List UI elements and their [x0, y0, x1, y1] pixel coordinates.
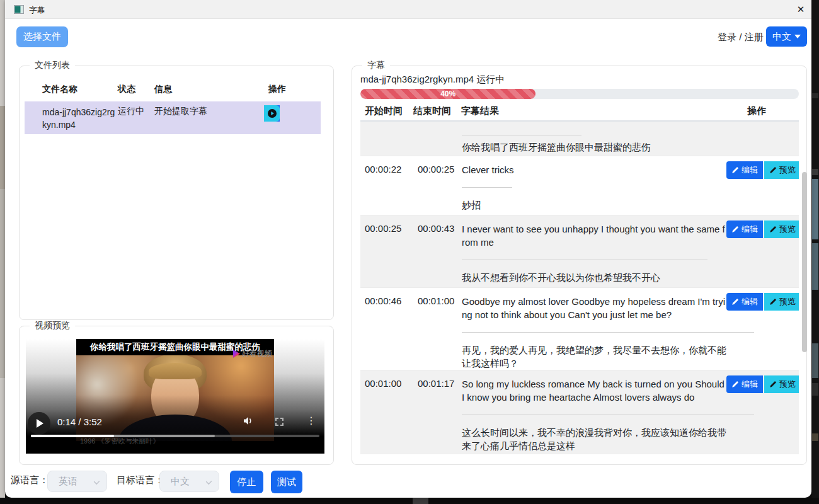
translation-divider [462, 187, 512, 188]
subtitles-legend: 字幕 [362, 60, 390, 71]
caret-down-icon [794, 35, 801, 38]
source-language-select[interactable]: 英语 [47, 471, 107, 492]
target-language-select[interactable]: 中文 [159, 471, 219, 492]
file-list-legend: 文件列表 [30, 60, 75, 71]
subtitle-row: 00:00:46 00:01:00 Goodbye my almost love… [360, 288, 799, 370]
preview-button[interactable]: 预览 [764, 375, 799, 393]
subtitle-text-cell: So long my luckless romance My back is t… [462, 370, 726, 457]
pencil-icon [769, 381, 777, 388]
background-taskbar [0, 498, 819, 504]
source-language-label: 源语言： [11, 474, 49, 486]
translation-divider [462, 415, 754, 415]
title-bar: 字幕 ✕ [5, 0, 811, 19]
col-header-operation: 操作 [747, 105, 766, 117]
play-circle-icon [267, 108, 277, 118]
window-title: 字幕 [29, 5, 45, 16]
pencil-icon [769, 298, 777, 306]
start-time: 00:00:25 [360, 215, 413, 293]
app-icon [14, 5, 24, 14]
watermark: 好看视频 [232, 348, 272, 359]
translation-divider [462, 260, 707, 260]
subtitle-row: 00:01:00 00:01:17 So long my luckless ro… [360, 370, 799, 454]
pencil-icon [731, 298, 739, 306]
video-preview-legend: 视频预览 [30, 320, 75, 331]
subtitle-file-status: mda-jj7qh36zig2rgkyn.mp4 运行中 [360, 74, 505, 86]
more-options-icon[interactable]: ⋮ [306, 415, 316, 427]
select-file-button[interactable]: 选择文件 [16, 26, 68, 47]
chevron-down-icon [94, 479, 100, 485]
subtitle-text-cell: Goodbye my almost lover Goodbye my hopel… [462, 288, 726, 379]
translation-divider [462, 332, 754, 333]
target-language-label: 目标语言： [117, 474, 164, 486]
watermark-logo-icon [232, 350, 240, 358]
col-header-status: 状态 [118, 84, 135, 95]
file-list-panel: 文件列表 文件名称 状态 信息 操作 mda-jj7qh36zig2rgkyn.… [19, 66, 334, 320]
end-time: 00:01:00 [413, 288, 462, 379]
screen: 字幕 ✕ 选择文件 登录 / 注册 中文 文件列表 文件名称 状态 信息 操作 … [0, 0, 819, 504]
start-time: 00:00:22 [360, 156, 413, 220]
subtitle-chinese: 你给我唱了西班牙摇篮曲你眼中最甜蜜的悲伤 [462, 140, 726, 154]
translation-divider [462, 135, 581, 135]
start-time: 00:01:00 [360, 370, 413, 457]
pencil-icon [769, 166, 777, 174]
subtitle-text-cell: Clever tricks 妙招 [462, 156, 726, 220]
video-player: 你给我唱了西班牙摇篮曲你眼中最甜蜜的悲伤 好看视频 1996 《罗密欧与朱丽叶》… [26, 339, 324, 454]
played-bar [31, 435, 114, 437]
login-register-link[interactable]: 登录 / 注册 [718, 32, 764, 43]
file-status: 运行中 [118, 106, 144, 117]
subtitle-text-cell: I never want to see you unhappy I though… [462, 215, 726, 293]
edit-button[interactable]: 编辑 [726, 220, 763, 238]
col-header-info: 信息 [154, 84, 172, 95]
background-window-right [811, 0, 819, 504]
progress-bar: 40% [360, 89, 799, 99]
subtitle-english: Clever tricks [462, 163, 726, 176]
edit-button[interactable]: 编辑 [726, 375, 763, 393]
volume-icon[interactable] [243, 416, 255, 426]
subtitle-chinese: 再见，我的爱人再见，我绝望的梦，我尽量不去想你，你就不能让我这样吗？ [462, 343, 726, 370]
subtitle-english: Goodbye my almost lover Goodbye my hopel… [462, 295, 726, 321]
file-info: 开始提取字幕 [154, 106, 207, 117]
edit-button[interactable]: 编辑 [726, 293, 763, 311]
subtitle-chinese: 妙招 [462, 198, 726, 212]
col-header-result: 字幕结果 [461, 105, 499, 117]
col-header-action: 操作 [268, 84, 286, 95]
subtitle-row: 你给我唱了西班牙摇篮曲你眼中最甜蜜的悲伤 编辑 预览 [360, 122, 799, 156]
test-button[interactable]: 测试 [271, 471, 302, 493]
video-progress-track[interactable] [31, 435, 319, 437]
time-display: 0:14 / 3:52 [57, 416, 102, 427]
video-preview-panel: 视频预览 你给我唱了西班牙摇篮曲你眼中最甜蜜的悲伤 好看视频 1996 《罗密欧… [19, 326, 334, 465]
start-time: 00:00:46 [360, 288, 413, 379]
app-window: 字幕 ✕ 选择文件 登录 / 注册 中文 文件列表 文件名称 状态 信息 操作 … [5, 0, 811, 498]
scrollbar-thumb[interactable] [802, 172, 807, 352]
preview-button[interactable]: 预览 [764, 161, 799, 179]
end-time: 00:01:17 [413, 370, 462, 457]
col-header-start: 开始时间 [365, 105, 403, 117]
language-dropdown-button[interactable]: 中文 [766, 26, 807, 47]
subtitle-english: So long my luckless romance My back is t… [462, 377, 726, 404]
file-row[interactable]: mda-jj7qh36zig2rgkyn.mp4 运行中 开始提取字幕 [25, 101, 321, 134]
play-file-button[interactable] [264, 105, 280, 122]
edit-button[interactable]: 编辑 [726, 161, 763, 179]
background-window-left [0, 0, 5, 498]
subtitle-table-body: 你给我唱了西班牙摇篮曲你眼中最甜蜜的悲伤 编辑 预览 00:00:22 00:0… [360, 122, 799, 457]
chevron-down-icon [206, 479, 212, 485]
play-icon [37, 419, 43, 428]
play-button[interactable] [28, 412, 50, 435]
preview-button[interactable]: 预览 [764, 293, 799, 311]
stop-button[interactable]: 停止 [230, 471, 263, 493]
col-header-filename: 文件名称 [42, 84, 77, 95]
subtitle-english: I never want to see you unhappy I though… [462, 222, 726, 249]
watermark-secondary: 1996 《罗密欧与朱丽叶》 [80, 437, 160, 446]
col-header-end: 结束时间 [413, 105, 451, 117]
pencil-icon [731, 166, 739, 174]
subtitle-chinese: 我从不想看到你不开心我以为你也希望我不开心 [462, 271, 726, 284]
subtitle-row: 00:00:22 00:00:25 Clever tricks 妙招 编辑 预览 [360, 156, 799, 215]
progress-label: 40% [440, 89, 455, 98]
subtitles-panel: 字幕 mda-jj7qh36zig2rgkyn.mp4 运行中 40% 开始时间… [352, 66, 807, 465]
pencil-icon [731, 226, 739, 233]
fullscreen-icon[interactable] [275, 418, 284, 426]
close-icon[interactable]: ✕ [791, 1, 810, 18]
pencil-icon [769, 226, 777, 233]
preview-button[interactable]: 预览 [764, 220, 799, 238]
file-name: mda-jj7qh36zig2rgkyn.mp4 [42, 106, 119, 132]
